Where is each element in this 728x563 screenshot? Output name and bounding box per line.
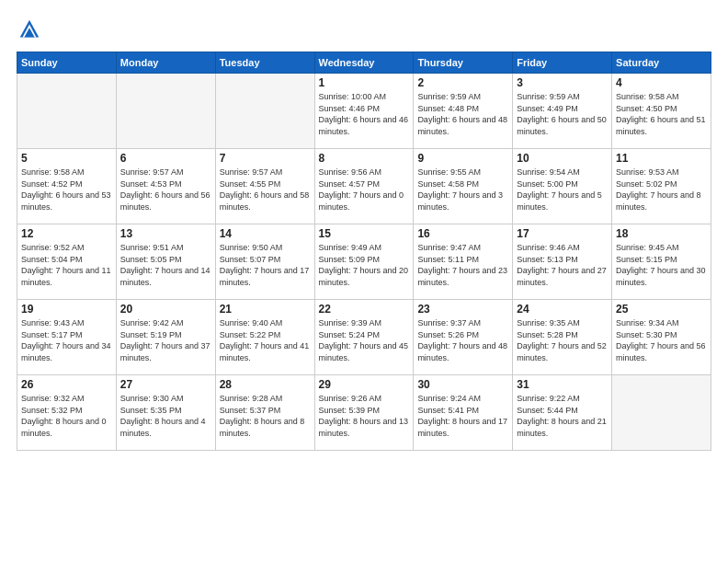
calendar-cell: 18Sunrise: 9:45 AM Sunset: 5:15 PM Dayli… <box>612 224 711 300</box>
calendar-cell: 31Sunrise: 9:22 AM Sunset: 5:44 PM Dayli… <box>513 375 612 451</box>
day-number: 26 <box>21 378 112 391</box>
calendar-cell: 24Sunrise: 9:35 AM Sunset: 5:28 PM Dayli… <box>513 300 612 375</box>
day-number: 15 <box>319 227 410 240</box>
day-number: 1 <box>319 76 410 89</box>
day-info: Sunrise: 9:24 AM Sunset: 5:41 PM Dayligh… <box>417 393 508 439</box>
day-info: Sunrise: 9:40 AM Sunset: 5:22 PM Dayligh… <box>220 317 311 363</box>
calendar-cell <box>215 74 314 149</box>
day-info: Sunrise: 9:42 AM Sunset: 5:19 PM Dayligh… <box>120 317 211 363</box>
calendar-week-row: 19Sunrise: 9:43 AM Sunset: 5:17 PM Dayli… <box>17 300 711 375</box>
day-number: 28 <box>220 378 311 391</box>
day-number: 24 <box>517 303 608 316</box>
calendar-cell <box>116 74 215 149</box>
calendar-header-row: SundayMondayTuesdayWednesdayThursdayFrid… <box>17 52 711 74</box>
calendar-cell: 30Sunrise: 9:24 AM Sunset: 5:41 PM Dayli… <box>414 375 513 451</box>
logo-icon <box>17 17 42 42</box>
logo <box>17 17 46 42</box>
day-number: 4 <box>616 76 707 89</box>
day-number: 22 <box>319 303 410 316</box>
calendar-cell: 23Sunrise: 9:37 AM Sunset: 5:26 PM Dayli… <box>414 300 513 375</box>
calendar-cell: 25Sunrise: 9:34 AM Sunset: 5:30 PM Dayli… <box>612 300 711 375</box>
calendar-cell: 6Sunrise: 9:57 AM Sunset: 4:53 PM Daylig… <box>116 149 215 224</box>
day-info: Sunrise: 10:00 AM Sunset: 4:46 PM Daylig… <box>319 91 410 137</box>
day-info: Sunrise: 9:26 AM Sunset: 5:39 PM Dayligh… <box>319 393 410 439</box>
calendar-table: SundayMondayTuesdayWednesdayThursdayFrid… <box>17 52 711 451</box>
day-info: Sunrise: 9:56 AM Sunset: 4:57 PM Dayligh… <box>319 167 410 213</box>
day-info: Sunrise: 9:43 AM Sunset: 5:17 PM Dayligh… <box>21 317 112 363</box>
day-number: 17 <box>517 227 608 240</box>
calendar-cell: 29Sunrise: 9:26 AM Sunset: 5:39 PM Dayli… <box>314 375 414 451</box>
page: SundayMondayTuesdayWednesdayThursdayFrid… <box>0 0 728 563</box>
header <box>17 17 711 42</box>
day-info: Sunrise: 9:59 AM Sunset: 4:49 PM Dayligh… <box>517 91 608 137</box>
calendar-cell: 1Sunrise: 10:00 AM Sunset: 4:46 PM Dayli… <box>314 74 414 149</box>
day-number: 8 <box>319 152 410 165</box>
calendar-header-saturday: Saturday <box>612 52 711 74</box>
calendar-cell: 15Sunrise: 9:49 AM Sunset: 5:09 PM Dayli… <box>314 224 414 300</box>
day-number: 25 <box>616 303 707 316</box>
day-info: Sunrise: 9:49 AM Sunset: 5:09 PM Dayligh… <box>319 242 410 288</box>
day-info: Sunrise: 9:58 AM Sunset: 4:50 PM Dayligh… <box>616 91 707 137</box>
calendar-cell: 27Sunrise: 9:30 AM Sunset: 5:35 PM Dayli… <box>116 375 215 451</box>
calendar-cell: 17Sunrise: 9:46 AM Sunset: 5:13 PM Dayli… <box>513 224 612 300</box>
calendar-week-row: 5Sunrise: 9:58 AM Sunset: 4:52 PM Daylig… <box>17 149 711 224</box>
calendar-cell: 7Sunrise: 9:57 AM Sunset: 4:55 PM Daylig… <box>215 149 314 224</box>
calendar-cell <box>612 375 711 451</box>
day-info: Sunrise: 9:57 AM Sunset: 4:53 PM Dayligh… <box>120 167 211 213</box>
calendar-cell: 22Sunrise: 9:39 AM Sunset: 5:24 PM Dayli… <box>314 300 414 375</box>
day-number: 9 <box>417 152 508 165</box>
day-info: Sunrise: 9:51 AM Sunset: 5:05 PM Dayligh… <box>120 242 211 288</box>
day-number: 14 <box>220 227 311 240</box>
day-info: Sunrise: 9:35 AM Sunset: 5:28 PM Dayligh… <box>517 317 608 363</box>
calendar-header-friday: Friday <box>513 52 612 74</box>
day-info: Sunrise: 9:46 AM Sunset: 5:13 PM Dayligh… <box>517 242 608 288</box>
calendar-cell: 11Sunrise: 9:53 AM Sunset: 5:02 PM Dayli… <box>612 149 711 224</box>
calendar-header-sunday: Sunday <box>17 52 117 74</box>
day-info: Sunrise: 9:58 AM Sunset: 4:52 PM Dayligh… <box>21 167 112 213</box>
day-number: 12 <box>21 227 112 240</box>
calendar-cell: 9Sunrise: 9:55 AM Sunset: 4:58 PM Daylig… <box>414 149 513 224</box>
calendar-cell: 12Sunrise: 9:52 AM Sunset: 5:04 PM Dayli… <box>17 224 117 300</box>
day-info: Sunrise: 9:28 AM Sunset: 5:37 PM Dayligh… <box>220 393 311 439</box>
calendar-cell: 21Sunrise: 9:40 AM Sunset: 5:22 PM Dayli… <box>215 300 314 375</box>
day-info: Sunrise: 9:57 AM Sunset: 4:55 PM Dayligh… <box>220 167 311 213</box>
day-number: 10 <box>517 152 608 165</box>
calendar-cell: 19Sunrise: 9:43 AM Sunset: 5:17 PM Dayli… <box>17 300 117 375</box>
day-number: 6 <box>120 152 211 165</box>
calendar-week-row: 1Sunrise: 10:00 AM Sunset: 4:46 PM Dayli… <box>17 74 711 149</box>
day-info: Sunrise: 9:52 AM Sunset: 5:04 PM Dayligh… <box>21 242 112 288</box>
day-number: 7 <box>220 152 311 165</box>
day-number: 13 <box>120 227 211 240</box>
day-number: 16 <box>417 227 508 240</box>
calendar-cell: 2Sunrise: 9:59 AM Sunset: 4:48 PM Daylig… <box>414 74 513 149</box>
day-number: 27 <box>120 378 211 391</box>
day-info: Sunrise: 9:45 AM Sunset: 5:15 PM Dayligh… <box>616 242 707 288</box>
day-number: 3 <box>517 76 608 89</box>
calendar-cell: 4Sunrise: 9:58 AM Sunset: 4:50 PM Daylig… <box>612 74 711 149</box>
calendar-header-monday: Monday <box>116 52 215 74</box>
day-number: 29 <box>319 378 410 391</box>
calendar-cell: 5Sunrise: 9:58 AM Sunset: 4:52 PM Daylig… <box>17 149 117 224</box>
calendar-cell <box>17 74 117 149</box>
day-info: Sunrise: 9:53 AM Sunset: 5:02 PM Dayligh… <box>616 167 707 213</box>
day-info: Sunrise: 9:55 AM Sunset: 4:58 PM Dayligh… <box>417 167 508 213</box>
day-number: 23 <box>417 303 508 316</box>
calendar-cell: 14Sunrise: 9:50 AM Sunset: 5:07 PM Dayli… <box>215 224 314 300</box>
day-info: Sunrise: 9:50 AM Sunset: 5:07 PM Dayligh… <box>220 242 311 288</box>
day-info: Sunrise: 9:37 AM Sunset: 5:26 PM Dayligh… <box>417 317 508 363</box>
calendar-cell: 26Sunrise: 9:32 AM Sunset: 5:32 PM Dayli… <box>17 375 117 451</box>
day-info: Sunrise: 9:39 AM Sunset: 5:24 PM Dayligh… <box>319 317 410 363</box>
calendar-cell: 8Sunrise: 9:56 AM Sunset: 4:57 PM Daylig… <box>314 149 414 224</box>
calendar-header-thursday: Thursday <box>414 52 513 74</box>
day-number: 18 <box>616 227 707 240</box>
calendar-header-wednesday: Wednesday <box>314 52 414 74</box>
day-number: 19 <box>21 303 112 316</box>
day-number: 21 <box>220 303 311 316</box>
calendar-cell: 10Sunrise: 9:54 AM Sunset: 5:00 PM Dayli… <box>513 149 612 224</box>
day-info: Sunrise: 9:59 AM Sunset: 4:48 PM Dayligh… <box>417 91 508 137</box>
day-info: Sunrise: 9:47 AM Sunset: 5:11 PM Dayligh… <box>417 242 508 288</box>
day-number: 2 <box>417 76 508 89</box>
day-number: 30 <box>417 378 508 391</box>
day-info: Sunrise: 9:22 AM Sunset: 5:44 PM Dayligh… <box>517 393 608 439</box>
day-info: Sunrise: 9:30 AM Sunset: 5:35 PM Dayligh… <box>120 393 211 439</box>
